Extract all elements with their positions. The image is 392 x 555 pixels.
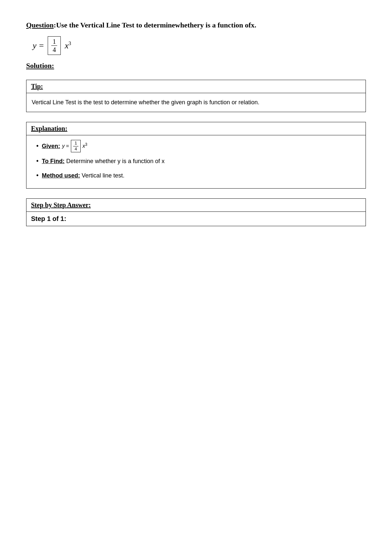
bullet-method: • Method used: Vertical line test. <box>36 169 360 181</box>
given-label: Given: <box>42 141 60 151</box>
step-box-content: Step 1 of 1: <box>26 212 366 226</box>
bullet-to-find: • To Find: Determine whether y is a func… <box>36 155 360 167</box>
tip-box: Tip: Vertical Line Test is the test to d… <box>26 80 366 112</box>
tip-header-label: Tip: <box>31 83 43 90</box>
to-find-item: To Find: Determine whether y is a functi… <box>42 156 165 166</box>
to-find-label: To Find: <box>42 158 65 164</box>
formula-exponent: 3 <box>69 41 71 46</box>
fraction: 1 4 <box>51 38 57 53</box>
given-formula: y = 1 4 x3 <box>62 140 87 152</box>
to-find-text-content: Determine whether y is a function of x <box>66 158 165 164</box>
step-box: Step by Step Answer: Step 1 of 1: <box>26 198 366 226</box>
fraction-bracket: 1 4 <box>48 36 61 55</box>
bullet-dot-method: • <box>36 169 39 181</box>
question-text: Question:Use the Vertical Line Test to d… <box>26 20 366 30</box>
explanation-box: Explanation: • Given: y = 1 4 <box>26 122 366 189</box>
fraction-denominator: 4 <box>51 46 57 53</box>
explanation-header: Explanation: <box>26 122 366 135</box>
method-item: Method used: Vertical line test. <box>42 170 124 181</box>
question-section: Question:Use the Vertical Line Test to d… <box>26 20 366 70</box>
method-label: Method used: <box>42 172 80 179</box>
explanation-content: • Given: y = 1 4 x3 <box>26 135 366 188</box>
question-body: :Use the Vertical Line Test to determine… <box>54 21 256 29</box>
method-text-content: Vertical line test. <box>82 172 124 179</box>
bullet-dot-find: • <box>36 155 39 167</box>
formula-y: y <box>33 41 37 51</box>
tip-content: Vertical Line Test is the test to determ… <box>26 93 366 112</box>
bullet-dot-given: • <box>36 140 39 152</box>
given-fraction: 1 4 <box>73 141 78 151</box>
tip-header: Tip: <box>26 80 366 93</box>
step-box-header-label: Step by Step Answer: <box>31 201 91 209</box>
given-item: Given: y = 1 4 x3 <box>42 140 87 152</box>
bullet-given: • Given: y = 1 4 x3 <box>36 140 360 152</box>
explanation-header-label: Explanation: <box>31 125 67 132</box>
step-box-header: Step by Step Answer: <box>26 199 366 212</box>
question-label: Question <box>26 21 54 29</box>
formula-var: x3 <box>65 41 71 51</box>
formula-equals: = <box>39 41 44 51</box>
fraction-numerator: 1 <box>51 38 57 46</box>
formula-display: y = 1 4 x3 <box>33 36 366 55</box>
solution-label: Solution: <box>26 61 366 70</box>
